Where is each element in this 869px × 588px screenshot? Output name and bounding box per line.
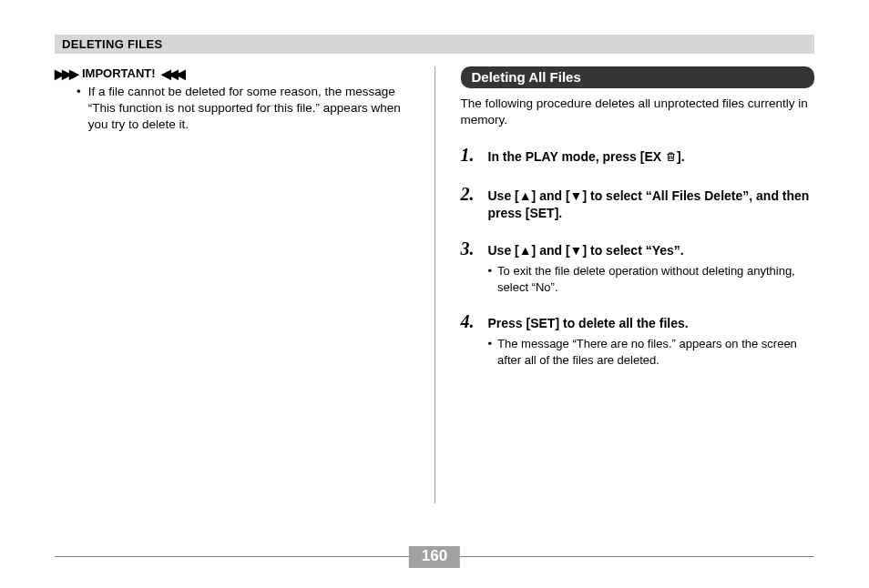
step-4-sub: • The message “There are no files.” appe… [461, 336, 815, 368]
bullet-dot: • [488, 263, 493, 295]
footer: 160 [55, 556, 814, 557]
step-4: 4. Press [SET] to delete all the files. … [461, 311, 815, 368]
trash-icon [665, 150, 677, 167]
step-number: 4. [461, 311, 481, 332]
caret-left-icon: ◀◀◀ [161, 67, 183, 80]
step-3-sub: • To exit the file delete operation with… [461, 263, 815, 295]
section-header: DELETING FILES [55, 35, 814, 54]
step-text: Press [SET] to delete all the files. [488, 315, 689, 332]
step-text-part-b: ]. [677, 149, 685, 164]
section-header-text: DELETING FILES [62, 37, 162, 51]
page-number-box: 160 [409, 546, 460, 568]
step-2: 2. Use [▲] and [▼] to select “All Files … [461, 184, 815, 222]
important-label: IMPORTANT! [82, 66, 156, 80]
step-text: Use [▲] and [▼] to select “Yes”. [488, 242, 684, 259]
step-3-sub-text: To exit the file delete operation withou… [497, 263, 814, 295]
step-3: 3. Use [▲] and [▼] to select “Yes”. • To… [461, 238, 815, 295]
step-text: Use [▲] and [▼] to select “All Files Del… [488, 188, 815, 222]
step-text-part-a: In the PLAY mode, press [EX [488, 149, 666, 164]
step-number: 1. [461, 145, 481, 166]
subsection-title: Deleting All Files [472, 69, 581, 85]
page-container: DELETING FILES ▶▶▶ IMPORTANT! ◀◀◀ • If a… [0, 0, 869, 588]
left-column: ▶▶▶ IMPORTANT! ◀◀◀ • If a file cannot be… [55, 66, 434, 503]
important-bullet-text: If a file cannot be deleted for some rea… [88, 84, 409, 134]
step-1: 1. In the PLAY mode, press [EX ]. [461, 145, 815, 167]
right-column: Deleting All Files The following procedu… [435, 66, 815, 503]
intro-text: The following procedure deletes all unpr… [461, 96, 815, 128]
step-4-sub-text: The message “There are no files.” appear… [497, 336, 814, 368]
bullet-dot: • [77, 84, 81, 134]
caret-right-icon: ▶▶▶ [55, 67, 77, 80]
step-text: In the PLAY mode, press [EX ]. [488, 148, 685, 167]
step-number: 3. [461, 238, 481, 259]
page-number: 160 [422, 547, 447, 564]
bullet-dot: • [488, 336, 493, 368]
important-heading: ▶▶▶ IMPORTANT! ◀◀◀ [55, 66, 409, 80]
important-bullet: • If a file cannot be deleted for some r… [55, 84, 409, 134]
subsection-pill: Deleting All Files [461, 66, 815, 88]
columns: ▶▶▶ IMPORTANT! ◀◀◀ • If a file cannot be… [55, 66, 814, 503]
step-number: 2. [461, 184, 481, 205]
